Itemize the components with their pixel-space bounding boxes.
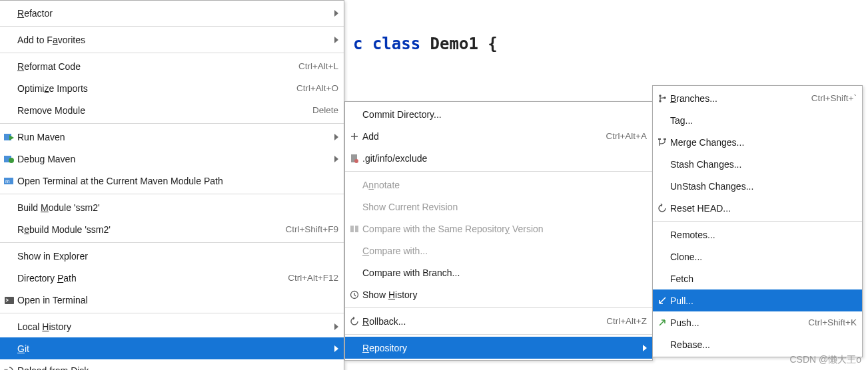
blank-icon — [3, 337, 16, 359]
menu-git[interactable]: Git — [0, 337, 344, 359]
menu-remove-module[interactable]: Remove Module Delete — [0, 99, 344, 121]
separator — [0, 26, 344, 27]
shortcut: Ctrl+Alt+Z — [606, 316, 647, 326]
maven-run-icon — [3, 126, 16, 148]
blank-icon — [3, 218, 16, 240]
blank-icon — [3, 55, 16, 77]
pull-icon — [655, 289, 669, 311]
rollback-icon — [348, 310, 361, 332]
menu-open-in-terminal[interactable]: Open in Terminal — [0, 289, 344, 311]
separator — [0, 53, 344, 53]
menu-fetch[interactable]: Fetch — [653, 268, 862, 289]
context-menu-git: Commit Directory... Add Ctrl+Alt+A .git/… — [344, 101, 653, 361]
terminal-icon — [3, 289, 16, 311]
menu-directory-path[interactable]: Directory Path Ctrl+Alt+F12 — [0, 267, 344, 289]
blank-icon — [348, 240, 361, 262]
menu-stash-changes[interactable]: Stash Changes... — [653, 153, 862, 175]
git-file-icon — [348, 147, 361, 169]
blank-icon — [655, 109, 669, 131]
blank-icon — [348, 174, 361, 196]
branch-icon — [655, 87, 669, 109]
menu-push[interactable]: Push... Ctrl+Shift+K — [653, 311, 862, 333]
menu-open-terminal-maven[interactable]: m Open Terminal at the Current Maven Mod… — [0, 170, 344, 192]
menu-clone[interactable]: Clone... — [653, 246, 862, 268]
menu-branches[interactable]: Branches... Ctrl+Shift+` — [653, 87, 862, 109]
separator — [0, 242, 344, 243]
blank-icon — [3, 77, 16, 99]
menu-show-history[interactable]: Show History — [345, 283, 652, 305]
svg-rect-8 — [350, 226, 354, 232]
svg-point-2 — [9, 158, 14, 163]
blank-icon — [348, 196, 361, 218]
menu-remotes[interactable]: Remotes... — [653, 224, 862, 246]
menu-tag[interactable]: Tag... — [653, 109, 862, 131]
context-menu-main: Refactor Add to Favorites Reformat Code … — [0, 0, 344, 370]
maven-debug-icon — [3, 148, 16, 170]
submenu-arrow-icon — [332, 37, 338, 43]
shortcut: Ctrl+Alt+F12 — [288, 273, 338, 283]
menu-run-maven[interactable]: Run Maven — [0, 126, 344, 148]
menu-build-module[interactable]: Build Module 'ssm2' — [0, 196, 344, 218]
submenu-arrow-icon — [332, 156, 338, 162]
blank-icon — [655, 175, 669, 197]
menu-annotate: Annotate — [345, 174, 652, 196]
menu-reformat-code[interactable]: Reformat Code Ctrl+Alt+L — [0, 55, 344, 77]
menu-repository[interactable]: Repository — [345, 337, 652, 359]
code-editor-line: c class Demo1 { — [353, 35, 498, 53]
code-rest: Demo1 { — [430, 35, 498, 53]
menu-merge-changes[interactable]: Merge Changes... — [653, 131, 862, 153]
separator — [0, 194, 344, 194]
menu-show-current-revision: Show Current Revision — [345, 196, 652, 218]
blank-icon — [3, 315, 16, 337]
shortcut: Ctrl+Alt+A — [606, 131, 647, 141]
menu-add-favorites[interactable]: Add to Favorites — [0, 29, 344, 51]
blank-icon — [3, 267, 16, 289]
menu-commit-directory[interactable]: Commit Directory... — [345, 103, 652, 125]
menu-optimize-imports[interactable]: Optimize Imports Ctrl+Alt+O — [0, 77, 344, 99]
menu-local-history[interactable]: Local History — [0, 315, 344, 337]
context-menu-repository: Branches... Ctrl+Shift+` Tag... Merge Ch… — [652, 85, 863, 357]
submenu-arrow-icon — [332, 10, 338, 17]
svg-text:m: m — [5, 178, 10, 184]
separator — [0, 313, 344, 313]
blank-icon — [655, 268, 669, 289]
blank-icon — [348, 103, 361, 125]
code-prefix: c — [353, 35, 362, 53]
submenu-arrow-icon — [332, 345, 338, 352]
merge-icon — [655, 131, 669, 153]
menu-debug-maven[interactable]: Debug Maven — [0, 148, 344, 170]
plus-icon — [348, 125, 361, 147]
blank-icon — [348, 262, 361, 283]
reload-icon — [3, 359, 16, 370]
menu-reset-head[interactable]: Reset HEAD... — [653, 197, 862, 219]
svg-rect-9 — [355, 226, 358, 232]
blank-icon — [3, 2, 16, 24]
blank-icon — [3, 245, 16, 267]
menu-rebase[interactable]: Rebase... — [653, 333, 862, 355]
blank-icon — [655, 333, 669, 355]
menu-add[interactable]: Add Ctrl+Alt+A — [345, 125, 652, 147]
menu-reload-from-disk[interactable]: Reload from Disk — [0, 359, 344, 370]
watermark: CSDN @懒大王o — [789, 354, 861, 366]
svg-rect-14 — [658, 138, 661, 140]
menu-refactor[interactable]: Refactor — [0, 2, 344, 24]
menu-unstash-changes[interactable]: UnStash Changes... — [653, 175, 862, 197]
code-keyword: class — [372, 35, 430, 53]
blank-icon — [655, 246, 669, 268]
menu-git-exclude[interactable]: .git/info/exclude — [345, 147, 652, 169]
menu-show-explorer[interactable]: Show in Explorer — [0, 245, 344, 267]
reset-icon — [655, 197, 669, 219]
history-icon — [348, 283, 361, 305]
menu-rollback[interactable]: Rollback... Ctrl+Alt+Z — [345, 310, 652, 332]
shortcut: Ctrl+Shift+` — [811, 93, 857, 103]
menu-compare-branch[interactable]: Compare with Branch... — [345, 262, 652, 283]
shortcut: Ctrl+Shift+K — [808, 317, 857, 327]
shortcut: Delete — [312, 105, 338, 115]
diff-icon — [348, 218, 361, 240]
menu-pull[interactable]: Pull... — [653, 289, 862, 311]
shortcut: Ctrl+Alt+L — [298, 61, 338, 71]
menu-rebuild-module[interactable]: Rebuild Module 'ssm2' Ctrl+Shift+F9 — [0, 218, 344, 240]
submenu-arrow-icon — [332, 134, 338, 140]
menu-compare-same-repo: Compare with the Same Repository Version — [345, 218, 652, 240]
svg-rect-5 — [5, 297, 14, 304]
